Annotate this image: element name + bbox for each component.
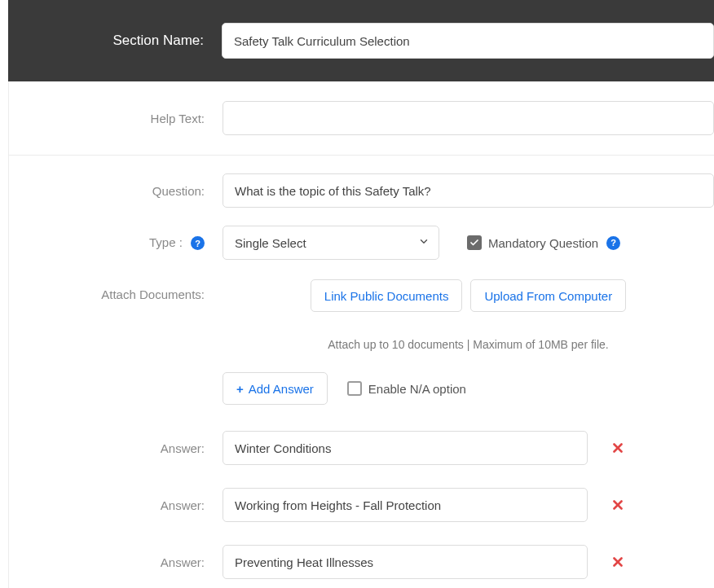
question-row: Question:	[9, 156, 714, 216]
type-select-wrap: Single Select	[223, 226, 439, 260]
type-select[interactable]: Single Select	[223, 226, 439, 260]
answer-label: Answer:	[9, 555, 223, 569]
question-input[interactable]	[223, 173, 714, 208]
add-answer-row: + Add Answer Enable N/A option	[9, 361, 714, 419]
help-text-row: Help Text:	[9, 81, 714, 156]
attach-helper-text: Attach up to 10 documents | Maximum of 1…	[328, 333, 608, 359]
type-row: Type : ? Single Select Mandatory Questio…	[9, 216, 714, 270]
section-name-label: Section Name:	[8, 33, 222, 49]
help-icon[interactable]: ?	[191, 236, 205, 250]
type-label: Type : ?	[9, 235, 223, 251]
answer-row: Answer:	[9, 476, 714, 533]
mandatory-checkbox-wrap[interactable]: Mandatory Question ?	[467, 235, 620, 250]
enable-na-checkbox-wrap[interactable]: Enable N/A option	[347, 381, 466, 396]
help-text-input[interactable]	[223, 101, 714, 135]
question-label: Question:	[9, 184, 223, 198]
type-label-text: Type :	[149, 235, 183, 249]
help-text-label: Help Text:	[9, 112, 223, 125]
answer-label: Answer:	[9, 498, 223, 512]
attach-label: Attach Documents:	[9, 279, 223, 301]
link-public-documents-button[interactable]: Link Public Documents	[311, 279, 463, 312]
answer-row: Answer:	[9, 419, 714, 476]
mandatory-label: Mandatory Question	[488, 236, 598, 250]
enable-na-checkbox[interactable]	[347, 381, 362, 396]
mandatory-checkbox[interactable]	[467, 235, 482, 250]
answer-row: Answer:	[9, 533, 714, 588]
plus-icon: +	[236, 382, 244, 396]
delete-answer-button[interactable]	[610, 441, 625, 455]
answer-label: Answer:	[9, 441, 223, 455]
answer-input[interactable]	[223, 488, 588, 522]
section-name-input[interactable]	[222, 23, 714, 59]
answer-input[interactable]	[223, 431, 588, 465]
help-icon[interactable]: ?	[606, 236, 620, 250]
enable-na-label: Enable N/A option	[368, 382, 466, 396]
add-answer-button[interactable]: + Add Answer	[223, 372, 328, 405]
section-header: Section Name:	[8, 0, 714, 81]
upload-from-computer-button[interactable]: Upload From Computer	[470, 279, 626, 312]
attach-row: Attach Documents: Link Public Documents …	[9, 270, 714, 361]
answer-input[interactable]	[223, 545, 588, 579]
delete-answer-button[interactable]	[610, 498, 625, 512]
delete-answer-button[interactable]	[610, 555, 625, 569]
form-body: Help Text: Question: Type : ? Single Sel…	[8, 81, 714, 588]
